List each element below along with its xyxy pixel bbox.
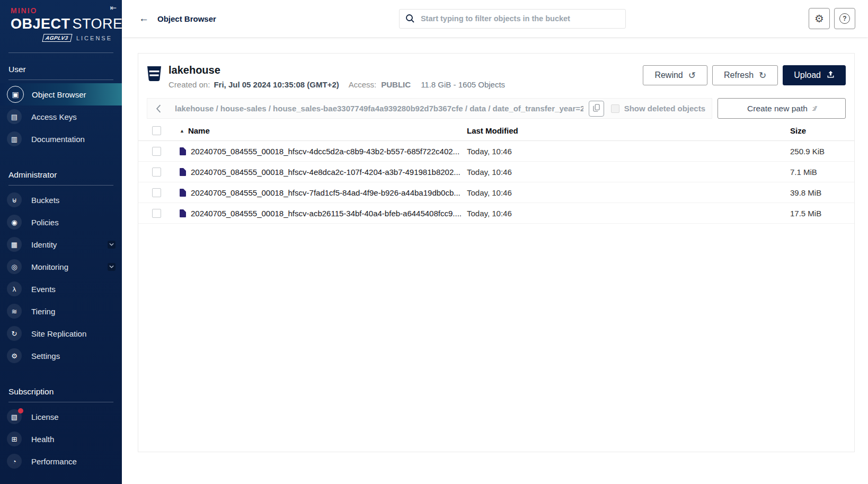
access-keys-icon: ▤ <box>7 109 22 124</box>
sidebar-item-performance[interactable]: ◔ Performance <box>0 450 122 472</box>
show-deleted-label: Show deleted objects <box>624 104 705 113</box>
sidebar-item-tiering[interactable]: ≋ Tiering <box>0 300 122 322</box>
sidebar-item-site-replication[interactable]: ↻ Site Replication <box>0 322 122 345</box>
gear-icon: ⚙ <box>814 12 824 25</box>
table-row[interactable]: 20240705_084555_00018_hfscv-acb26115-34b… <box>138 203 854 224</box>
object-size: 250.9 KiB <box>790 147 846 156</box>
tiering-icon: ≋ <box>7 304 22 319</box>
chevron-down-icon[interactable] <box>108 241 116 249</box>
sidebar-item-label: Monitoring <box>31 262 68 271</box>
path-row: lakehouse / house-sales / house_sales-ba… <box>147 98 846 119</box>
size-column-header[interactable]: Size <box>790 126 846 135</box>
object-name[interactable]: 20240705_084555_00018_hfscv-acb26115-34b… <box>191 209 462 218</box>
bucket-meta: Created on: Fri, Jul 05 2024 10:35:08 (G… <box>169 80 643 89</box>
row-checkbox[interactable] <box>152 209 161 218</box>
sidebar-item-label: Documentation <box>31 135 85 144</box>
section-title-user: User <box>0 53 122 80</box>
page-title: Object Browser <box>157 14 216 23</box>
product-name-object: OBJECT <box>11 16 70 32</box>
sort-ascending-icon[interactable]: ▲ <box>180 128 184 134</box>
sidebar-item-monitoring[interactable]: ◎ Monitoring <box>0 256 122 278</box>
upload-icon <box>827 71 835 81</box>
row-checkbox[interactable] <box>152 188 161 197</box>
access-value[interactable]: PUBLIC <box>381 80 411 89</box>
upload-button[interactable]: Upload <box>783 65 846 85</box>
object-name[interactable]: 20240705_084555_00018_hfscv-4e8dca2c-107… <box>191 168 460 177</box>
sidebar-item-label: License <box>31 412 59 421</box>
table-row[interactable]: 20240705_084555_00018_hfscv-4dcc5d2a-c8b… <box>138 141 854 162</box>
sidebar-item-label: Tiering <box>31 307 55 316</box>
object-size: 17.5 MiB <box>790 209 846 218</box>
sidebar-item-health[interactable]: ⊞ Health <box>0 428 122 450</box>
show-deleted-checkbox[interactable] <box>611 104 619 113</box>
file-icon <box>180 147 186 155</box>
row-checkbox[interactable] <box>152 168 161 177</box>
search-input[interactable] <box>399 9 626 29</box>
settings-gear-button[interactable]: ⚙ <box>809 8 830 29</box>
sidebar-item-access-keys[interactable]: ▤ Access Keys <box>0 105 122 128</box>
help-icon: ? <box>839 13 850 24</box>
sidebar-item-settings[interactable]: ⚙ Settings <box>0 345 122 367</box>
chevron-down-icon[interactable] <box>108 263 116 271</box>
topbar: ← Object Browser ⚙ ? <box>122 0 868 37</box>
object-name-cell[interactable]: 20240705_084555_00018_hfscv-7fad1cf5-84a… <box>180 188 467 197</box>
row-checkbox[interactable] <box>152 147 161 156</box>
sidebar-item-identity[interactable]: ▦ Identity <box>0 233 122 256</box>
sidebar-collapse-icon[interactable]: ⇤ <box>110 3 117 13</box>
product-name-store: STORE <box>73 16 123 32</box>
new-path-icon: :// <box>812 105 816 112</box>
back-arrow-icon[interactable]: ← <box>139 13 149 24</box>
file-icon <box>180 168 186 176</box>
object-name-cell[interactable]: 20240705_084555_00018_hfscv-4e8dca2c-107… <box>180 168 467 177</box>
table-row[interactable]: 20240705_084555_00018_hfscv-7fad1cf5-84a… <box>138 182 854 203</box>
breadcrumb[interactable]: lakehouse / house-sales / house_sales-ba… <box>175 104 583 113</box>
bucket-browser-card: lakehouse Created on: Fri, Jul 05 2024 1… <box>138 53 855 452</box>
sidebar-item-label: Site Replication <box>31 329 86 338</box>
refresh-button-label: Refresh <box>724 71 754 80</box>
select-all-checkbox[interactable] <box>152 126 161 135</box>
sidebar-item-label: Identity <box>31 240 57 249</box>
sidebar-item-events[interactable]: λ Events <box>0 278 122 300</box>
object-size: 39.8 MiB <box>790 188 846 197</box>
help-button[interactable]: ? <box>834 8 855 29</box>
copy-path-button[interactable] <box>589 101 604 117</box>
sidebar-item-object-browser[interactable]: ▣ Object Browser <box>0 83 122 105</box>
refresh-button[interactable]: Refresh ↻ <box>712 65 778 85</box>
table-header-row: ▲ Name Last Modified Size <box>138 121 854 141</box>
section-title-subscription: Subscription <box>0 375 122 402</box>
copy-icon <box>593 104 600 113</box>
path-back-chevron-icon[interactable] <box>152 104 165 113</box>
sidebar-item-label: Events <box>31 285 56 294</box>
sidebar-item-license[interactable]: ▧ License <box>0 406 122 428</box>
object-size: 7.1 MiB <box>790 168 846 177</box>
object-name-cell[interactable]: 20240705_084555_00018_hfscv-acb26115-34b… <box>180 209 467 218</box>
rewind-button[interactable]: Rewind ↺ <box>643 65 707 85</box>
table-row[interactable]: 20240705_084555_00018_hfscv-4e8dca2c-107… <box>138 162 854 182</box>
sidebar-item-policies[interactable]: ◉ Policies <box>0 211 122 233</box>
created-on-value: Fri, Jul 05 2024 10:35:08 (GMT+2) <box>214 80 339 89</box>
rewind-button-label: Rewind <box>654 71 683 80</box>
sidebar-item-label: Health <box>31 435 54 444</box>
section-title-administrator: Administrator <box>0 159 122 185</box>
sidebar: ⇤ MINIO OBJECTSTORE AGPLV3 LICENSE User … <box>0 0 122 484</box>
object-name[interactable]: 20240705_084555_00018_hfscv-7fad1cf5-84a… <box>191 188 460 197</box>
name-column-header[interactable]: ▲ Name <box>180 126 467 135</box>
main-area: ← Object Browser ⚙ ? lakehouse Creat <box>122 0 868 484</box>
last-modified-column-header[interactable]: Last Modified <box>467 126 790 135</box>
object-name[interactable]: 20240705_084555_00018_hfscv-4dcc5d2a-c8b… <box>191 147 459 156</box>
sidebar-item-buckets[interactable]: ⊎ Buckets <box>0 189 122 211</box>
create-new-path-button[interactable]: Create new path :// <box>718 98 846 119</box>
object-modified: Today, 10:46 <box>467 188 790 197</box>
upload-button-label: Upload <box>794 71 821 80</box>
object-name-cell[interactable]: 20240705_084555_00018_hfscv-4dcc5d2a-c8b… <box>180 147 467 156</box>
show-deleted-toggle: Show deleted objects <box>611 104 705 113</box>
file-icon <box>180 209 186 217</box>
created-on-label: Created on: <box>169 80 210 89</box>
bucket-usage: 11.8 GiB - 1605 Objects <box>421 80 505 89</box>
object-modified: Today, 10:46 <box>467 168 790 177</box>
sidebar-item-documentation[interactable]: ▥ Documentation <box>0 128 122 150</box>
section-rule <box>8 80 113 80</box>
search-icon <box>405 14 415 25</box>
object-modified: Today, 10:46 <box>467 147 790 156</box>
sidebar-item-label: Object Browser <box>32 90 86 99</box>
